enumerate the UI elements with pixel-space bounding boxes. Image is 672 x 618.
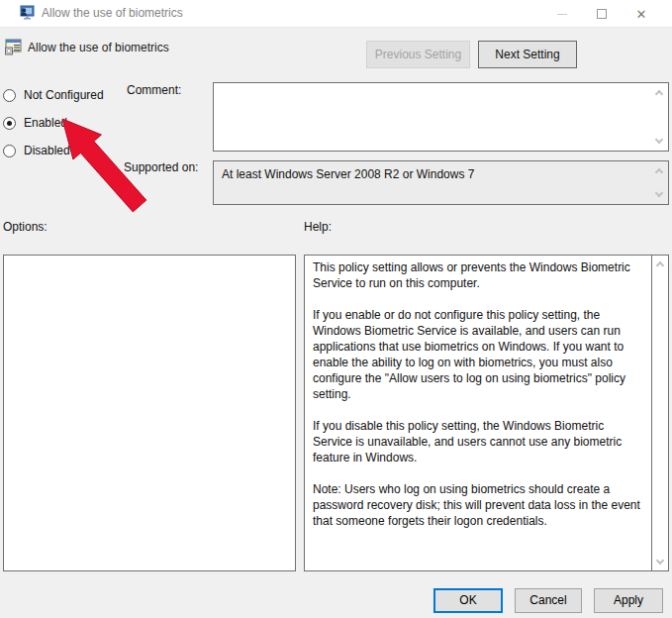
- radio-label: Disabled: [24, 144, 70, 157]
- radio-circle-icon: [3, 89, 16, 102]
- help-panel: This policy setting allows or prevents t…: [304, 255, 669, 571]
- supported-on-label: Supported on:: [124, 160, 198, 174]
- apply-button[interactable]: Apply: [594, 588, 663, 613]
- comment-textbox[interactable]: [213, 82, 669, 152]
- scroll-down-icon[interactable]: [655, 136, 663, 144]
- help-paragraph: If you enable or do not configure this p…: [313, 307, 643, 402]
- minimize-button[interactable]: [546, 0, 578, 28]
- scroll-down-icon[interactable]: [656, 557, 664, 565]
- minimize-icon: [557, 14, 567, 15]
- cancel-button[interactable]: Cancel: [515, 588, 582, 613]
- setting-name-heading: Allow the use of biometrics: [28, 41, 169, 54]
- ok-button[interactable]: OK: [433, 588, 503, 613]
- gpedit-app-icon: [19, 5, 35, 21]
- help-paragraph: Note: Users who log on using biometrics …: [313, 481, 643, 529]
- radio-enabled[interactable]: Enabled: [3, 115, 67, 131]
- radio-not-configured[interactable]: Not Configured: [3, 87, 104, 103]
- close-icon: ✕: [636, 8, 647, 21]
- help-label: Help:: [304, 220, 332, 234]
- maximize-button[interactable]: [586, 0, 618, 28]
- help-paragraph: This policy setting allows or prevents t…: [313, 259, 643, 291]
- radio-label: Not Configured: [24, 88, 104, 102]
- radio-label: Enabled: [24, 116, 67, 130]
- comment-label: Comment:: [127, 83, 181, 97]
- supported-on-textbox: At least Windows Server 2008 R2 or Windo…: [213, 160, 669, 205]
- policy-document-icon: [5, 39, 22, 55]
- close-button[interactable]: ✕: [625, 0, 657, 28]
- scroll-up-icon[interactable]: [655, 168, 663, 176]
- previous-setting-button[interactable]: Previous Setting: [366, 41, 470, 68]
- help-paragraph: If you disable this policy setting, the …: [313, 418, 643, 465]
- scroll-down-icon[interactable]: [655, 189, 663, 197]
- help-text-area: This policy setting allows or prevents t…: [305, 256, 651, 570]
- scroll-up-icon[interactable]: [656, 261, 664, 269]
- maximize-icon: [597, 9, 607, 19]
- window-title: Allow the use of biometrics: [42, 6, 183, 20]
- radio-circle-icon: [3, 145, 16, 157]
- radio-circle-selected-icon: [3, 117, 16, 130]
- options-panel: [3, 255, 296, 571]
- supported-on-value: At least Windows Server 2008 R2 or Windo…: [222, 167, 474, 181]
- radio-disabled[interactable]: Disabled: [3, 143, 70, 158]
- help-scrollbar[interactable]: [651, 256, 668, 570]
- policy-setting-dialog: Allow the use of biometrics ✕ Allow the …: [0, 0, 672, 618]
- options-label: Options:: [3, 220, 48, 234]
- scroll-up-icon[interactable]: [655, 90, 663, 98]
- titlebar: Allow the use of biometrics ✕: [0, 0, 672, 28]
- next-setting-button[interactable]: Next Setting: [478, 41, 577, 68]
